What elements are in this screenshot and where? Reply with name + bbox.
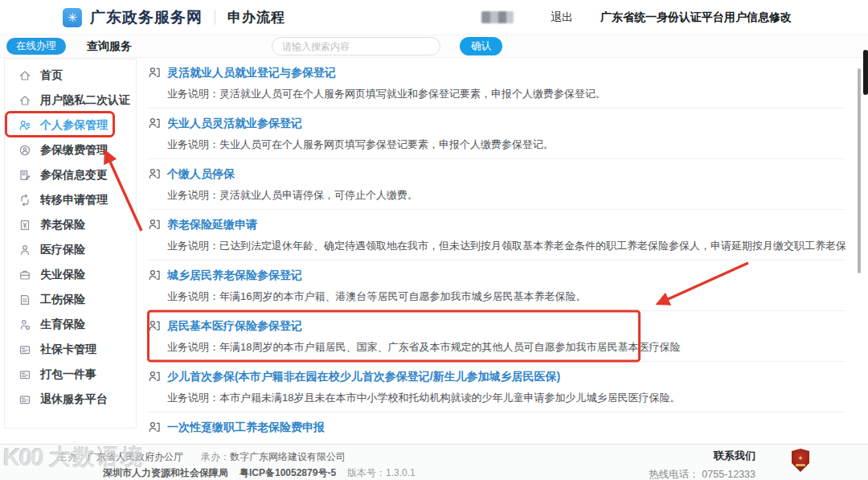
person-registration-icon (148, 117, 162, 130)
service-row: 养老保险延缴申请 业务说明：已达到法定退休年龄、确定待遇领取地在我市，但未达到按… (148, 210, 845, 261)
sidebar-item-home[interactable]: 首页 (5, 63, 136, 88)
service-description: 业务说明：本市户籍未满18岁且未在本市中小学校和托幼机构就读的少年儿童申请参加少… (167, 392, 845, 404)
service-title-link[interactable]: 失业人员灵活就业参保登记 (167, 117, 302, 131)
person-registration-icon (148, 370, 162, 384)
doc-icon (18, 293, 31, 306)
gdzwfw-logo-icon: ✳ (63, 8, 82, 27)
coin-person-icon (18, 144, 31, 157)
app-header: ✳ 广东政务服务网 申办流程 退出 广东省统一身份认证平台用户信息修改 (0, 0, 868, 35)
service-row: 灵活就业人员就业登记与参保登记 业务说明：灵活就业人员可在个人服务网页填写就业和… (148, 58, 845, 109)
briefcase-icon (18, 269, 31, 281)
operator-value: 数字广东网络建设有限公司 (230, 451, 346, 462)
support-unit: 深圳市人力资源和社会保障局 (103, 467, 228, 478)
service-description: 业务说明：年满16周岁的本市户籍、港澳台等居民可自愿参加我市城乡居民基本养老保险… (167, 290, 845, 303)
service-row: 个缴人员停保 业务说明：灵活就业人员申请停保，可停止个人缴费。 (148, 159, 845, 210)
service-row: 一次性趸缴职工养老保险费申报 (148, 412, 845, 444)
service-title-link[interactable]: 居民基本医疗保险参保登记 (167, 319, 302, 334)
sidebar-item-injury-insurance[interactable]: 工伤保险 (5, 287, 136, 312)
version-label: 版本号： (347, 467, 386, 478)
sidebar-item-label: 打包一件事 (40, 367, 96, 382)
sidebar-item-payment-management[interactable]: 参保缴费管理 (5, 137, 136, 162)
search-input[interactable] (272, 37, 440, 55)
security-badge-icon: ✦ (792, 449, 809, 472)
site-title: 广东政务服务网 (90, 7, 203, 28)
sidebar-item-label: 首页 (40, 68, 63, 83)
doc-edit-icon (18, 169, 31, 182)
person-registration-icon (148, 269, 162, 282)
person-group-icon (18, 119, 31, 132)
service-title-link[interactable]: 养老保险延缴申请 (167, 218, 257, 232)
gdzwfw-portal-page: ✳ 广东政务服务网 申办流程 退出 广东省统一身份认证平台用户信息修改 在线办理… (0, 0, 868, 480)
service-row-highlighted: 居民基本医疗保险参保登记 业务说明：年满18周岁的本市户籍居民、国家、广东省及本… (148, 311, 845, 362)
content-scrollbar-thumb[interactable] (858, 68, 861, 273)
card-icon (18, 368, 31, 381)
service-title-link[interactable]: 个缴人员停保 (167, 167, 235, 182)
sidebar-item-label: 社保卡管理 (40, 343, 96, 357)
home-icon (18, 69, 31, 82)
transfer-icon (18, 194, 31, 207)
person-registration-icon (148, 319, 162, 333)
sidebar-item-medical-insurance[interactable]: 医疗保险 (5, 237, 136, 262)
service-row: 少儿首次参保(本市户籍非在园在校少儿首次参保登记/新生儿参加城乡居民医保) 业务… (148, 362, 845, 412)
sidebar-item-label: 退休服务平台 (40, 392, 108, 407)
sidebar-item-label: 个人参保管理 (40, 118, 108, 133)
sidebar-item-label: 失业保险 (40, 268, 85, 282)
page-footer: 主办：广东省人民政府办公厅承办：数字广东网络建设有限公司 深圳市人力资源和社会保… (0, 444, 868, 480)
doc-currency-icon (18, 219, 31, 232)
service-description: 业务说明：已达到法定退休年龄、确定待遇领取地在我市，但未达到按月领取基本养老金条… (167, 240, 845, 252)
tab-online-handling[interactable]: 在线办理 (6, 38, 66, 55)
service-title-link[interactable]: 一次性趸缴职工养老保险费申报 (167, 421, 325, 435)
person-registration-icon (148, 66, 162, 80)
service-description: 业务说明：灵活就业人员申请停保，可停止个人缴费。 (167, 189, 845, 202)
person-registration-icon (148, 421, 162, 434)
sidebar-item-label: 转移申请管理 (40, 193, 108, 207)
window-scrollbar-thumb[interactable] (863, 50, 868, 95)
sidebar-item-label: 工伤保险 (40, 293, 85, 307)
operator-label: 承办： (201, 451, 230, 462)
person-registration-icon (148, 167, 162, 181)
footer-host-line: 主办：广东省人民政府办公厅承办：数字广东网络建设有限公司 (58, 450, 346, 464)
contact-title: 联系我们 (649, 449, 755, 463)
sidebar-item-label: 生育保险 (40, 318, 85, 332)
sidebar-menu: 首页 用户隐私二次认证 个人参保管理 参保缴费管理 参保信息变更 转移申请管理 … (4, 59, 137, 429)
footer-contact: 联系我们 热线电话： 0755-12333 (649, 449, 755, 480)
sidebar-item-privacy-auth[interactable]: 用户隐私二次认证 (5, 88, 136, 113)
person-child-icon (18, 318, 31, 331)
sidebar-item-label: 参保信息变更 (40, 168, 108, 183)
service-description: 业务说明：失业人员可在个人服务网页填写参保登记要素，申报个人缴费参保登记。 (167, 138, 845, 151)
sidebar-item-package-service[interactable]: 打包一件事 (5, 362, 136, 387)
toolbar: 在线办理 查询服务 确认 (0, 35, 868, 58)
service-title-link[interactable]: 城乡居民养老保险参保登记 (167, 269, 302, 283)
page-title: 申办流程 (227, 8, 285, 27)
sidebar-item-pension-insurance[interactable]: 养老保险 (5, 212, 136, 237)
service-list: 灵活就业人员就业登记与参保登记 业务说明：灵活就业人员可在个人服务网页填写就业和… (137, 58, 868, 444)
sidebar-item-label: 医疗保险 (40, 243, 85, 257)
card-icon (18, 393, 31, 406)
sidebar-item-label: 用户隐私二次认证 (40, 93, 130, 108)
hotline-text: 热线电话： 0755-12333 (649, 468, 755, 480)
person-icon (18, 244, 31, 256)
username-redacted (481, 11, 514, 23)
sidebar-item-social-card[interactable]: 社保卡管理 (5, 337, 136, 362)
home-icon (18, 94, 31, 107)
sidebar-item-retirement-platform[interactable]: 退休服务平台 (5, 387, 136, 412)
tab-query-service[interactable]: 查询服务 (87, 39, 132, 54)
host-label: 主办： (58, 451, 87, 462)
sidebar-item-personal-insurance[interactable]: 个人参保管理 (5, 113, 136, 137)
icp-number: 粤ICP备10052879号-5 (240, 467, 336, 478)
identity-platform-link[interactable]: 广东省统一身份认证平台用户信息修改 (600, 10, 792, 25)
logout-button[interactable]: 退出 (551, 10, 573, 25)
service-title-link[interactable]: 灵活就业人员就业登记与参保登记 (167, 66, 336, 80)
version-value: 1.3.0.1 (386, 467, 416, 478)
service-row: 失业人员灵活就业参保登记 业务说明：失业人员可在个人服务网页填写参保登记要素，申… (148, 109, 845, 159)
sidebar-item-maternity-insurance[interactable]: 生育保险 (5, 312, 136, 337)
sidebar-item-unemployment-insurance[interactable]: 失业保险 (5, 262, 136, 287)
sidebar-item-label: 参保缴费管理 (40, 143, 108, 158)
service-description: 业务说明：灵活就业人员可在个人服务网页填写就业和参保登记要素，申报个人缴费参保登… (167, 88, 845, 101)
person-registration-icon (148, 218, 162, 232)
sidebar-item-info-change[interactable]: 参保信息变更 (5, 162, 136, 187)
asterisk-glyph: ✳ (68, 11, 78, 23)
sidebar-item-transfer-application[interactable]: 转移申请管理 (5, 187, 136, 212)
confirm-button[interactable]: 确认 (460, 37, 502, 55)
service-title-link[interactable]: 少儿首次参保(本市户籍非在园在校少儿首次参保登记/新生儿参加城乡居民医保) (167, 370, 560, 384)
